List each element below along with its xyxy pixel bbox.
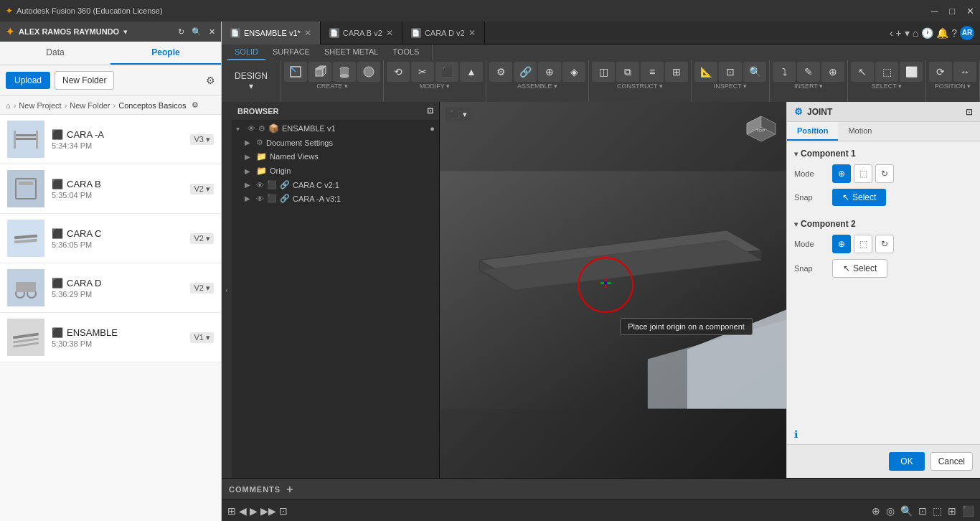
- mode-btn-2[interactable]: ⬚: [854, 164, 872, 183]
- breadcrumb-new-project[interactable]: New Project: [19, 101, 61, 110]
- doc-tab-cara-b[interactable]: 📄 CARA B v2 ✕: [321, 22, 402, 44]
- tab-notifications[interactable]: 🔔: [936, 27, 948, 39]
- tree-item-origin[interactable]: ▶ 📁 Origin: [232, 164, 439, 178]
- modify-press-pull-icon[interactable]: ⟲: [387, 62, 410, 82]
- end-icon[interactable]: ⊡: [279, 505, 288, 517]
- joint-expand-icon[interactable]: ⊡: [966, 107, 973, 117]
- close-button[interactable]: ✕: [966, 6, 974, 17]
- list-item[interactable]: ⬛ CARA D 5:36:29 PM V2 ▾: [0, 263, 221, 313]
- select-cursor-icon[interactable]: ↖: [851, 62, 874, 82]
- view-options-icon[interactable]: ⬚: [933, 505, 942, 517]
- user-chevron[interactable]: ▾: [123, 27, 128, 37]
- tab-history[interactable]: 🕐: [921, 27, 933, 39]
- breadcrumb-settings-icon[interactable]: ⚙: [192, 100, 199, 110]
- new-folder-button[interactable]: New Folder: [55, 71, 114, 90]
- inspect-section-icon[interactable]: ⊡: [719, 62, 742, 82]
- insert-more-icon[interactable]: ⊕: [821, 62, 844, 82]
- inspect-display-icon[interactable]: 🔍: [743, 62, 766, 82]
- modify-scale-icon[interactable]: ▲: [460, 62, 483, 82]
- file-version[interactable]: V3 ▾: [190, 134, 214, 145]
- ok-button[interactable]: OK: [889, 452, 924, 471]
- position-align-icon[interactable]: ⟳: [929, 62, 952, 82]
- play-icon[interactable]: ▶: [250, 505, 258, 517]
- grid-icon[interactable]: ⊞: [227, 505, 236, 517]
- select-label[interactable]: SELECT ▾: [872, 83, 902, 90]
- eye-icon[interactable]: 👁: [256, 181, 264, 189]
- file-version[interactable]: V1 ▾: [190, 332, 214, 343]
- view-cube[interactable]: TOP: [736, 109, 779, 152]
- doc-tab-close[interactable]: ✕: [386, 28, 393, 38]
- file-version[interactable]: V2 ▾: [190, 233, 214, 244]
- zoom-icon[interactable]: 🔍: [900, 505, 913, 517]
- tree-item-cara-a[interactable]: ▶ 👁 ⬛ 🔗 CARA -A v3:1: [232, 192, 439, 205]
- assemble-contact-icon[interactable]: ◈: [562, 62, 585, 82]
- search-icon[interactable]: 🔍: [192, 27, 202, 37]
- breadcrumb-new-folder[interactable]: New Folder: [70, 101, 110, 110]
- user-avatar[interactable]: AR: [960, 26, 974, 40]
- fit-icon[interactable]: ⊡: [918, 505, 927, 517]
- home-icon[interactable]: ⌂: [6, 101, 11, 110]
- toolbar-tab-surface[interactable]: SURFACE: [265, 44, 317, 60]
- joint-tab-motion[interactable]: Motion: [838, 122, 882, 141]
- pan-icon[interactable]: ⊕: [872, 505, 880, 517]
- refresh-icon[interactable]: ↻: [178, 27, 184, 37]
- assemble-motion-icon[interactable]: ⊕: [538, 62, 561, 82]
- modify-label[interactable]: MODIFY ▾: [420, 83, 450, 90]
- browser-collapse-handle[interactable]: ‹: [222, 102, 232, 478]
- design-button[interactable]: DESIGN ▾: [227, 68, 275, 94]
- construct-plane-icon[interactable]: ◫: [592, 62, 615, 82]
- mode-btn-1[interactable]: ⊕: [832, 235, 851, 253]
- tab-home[interactable]: ⌂: [913, 27, 918, 39]
- browser-expand-icon[interactable]: ⊡: [427, 106, 433, 116]
- title-bar-controls[interactable]: ─ □ ✕: [931, 6, 974, 17]
- create-cylinder-icon[interactable]: [333, 62, 356, 82]
- env-icon[interactable]: ⬛: [962, 505, 974, 517]
- modify-fillet-icon[interactable]: ✂: [411, 62, 434, 82]
- select-box-icon[interactable]: ⬚: [875, 62, 898, 82]
- tab-help[interactable]: ?: [951, 27, 957, 39]
- tab-data[interactable]: Data: [0, 42, 110, 65]
- doc-tab-close[interactable]: ✕: [468, 28, 476, 38]
- inspect-measure-icon[interactable]: 📐: [694, 62, 717, 82]
- toolbar-tab-solid[interactable]: SOLID: [227, 44, 265, 60]
- insert-label[interactable]: INSERT ▾: [794, 83, 823, 90]
- assemble-rigid-icon[interactable]: 🔗: [514, 62, 537, 82]
- mode-btn-1[interactable]: ⊕: [832, 164, 851, 183]
- viewport-display-settings[interactable]: ⬛ ▾: [446, 108, 471, 121]
- tab-add[interactable]: +: [896, 27, 902, 39]
- prev-icon[interactable]: ◀: [239, 505, 247, 517]
- list-item[interactable]: ⬛ CARA B 5:35:04 PM V2 ▾: [0, 164, 221, 214]
- toolbar-tab-tools[interactable]: TOOLS: [385, 44, 426, 60]
- collapse-icon[interactable]: ▾: [794, 220, 798, 228]
- info-icon[interactable]: ℹ: [794, 428, 798, 440]
- component1-select-button[interactable]: ↖ Select: [832, 189, 886, 206]
- create-sketch-icon[interactable]: [284, 62, 307, 82]
- orbit-icon[interactable]: ◎: [886, 505, 895, 517]
- insert-text-icon[interactable]: ✎: [797, 62, 820, 82]
- tree-item-doc-settings[interactable]: ▶ ⚙ Document Settings: [232, 136, 439, 149]
- position-label[interactable]: POSITION ▾: [935, 83, 971, 90]
- viewport[interactable]: Place joint origin on a component TOP ⬛ …: [440, 102, 786, 478]
- upload-button[interactable]: Upload: [6, 72, 50, 89]
- next-icon[interactable]: ▶▶: [260, 505, 276, 517]
- assemble-label[interactable]: ASSEMBLE ▾: [517, 83, 557, 90]
- construct-label[interactable]: CONSTRUCT ▾: [617, 83, 663, 90]
- doc-tab-ensamble[interactable]: 📄 ENSAMBLE v1* ✕: [222, 22, 321, 44]
- eye-icon[interactable]: 👁: [248, 124, 255, 133]
- mode-btn-3[interactable]: ↻: [875, 235, 894, 253]
- insert-image-icon[interactable]: ⤵: [773, 62, 796, 82]
- doc-tab-cara-d[interactable]: 📄 CARA D v2 ✕: [402, 22, 485, 44]
- construct-axis-icon[interactable]: ⧉: [616, 62, 639, 82]
- modify-shell-icon[interactable]: ⬛: [435, 62, 458, 82]
- create-label[interactable]: CREATE ▾: [316, 83, 347, 90]
- list-item[interactable]: ⬛ CARA C 5:36:05 PM V2 ▾: [0, 214, 221, 263]
- gear-icon[interactable]: ⚙: [256, 138, 263, 147]
- joint-tab-position[interactable]: Position: [787, 122, 838, 141]
- component2-select-button[interactable]: ↖ Select: [832, 259, 887, 278]
- gear-icon[interactable]: ⚙: [258, 124, 265, 133]
- tree-item-cara-c[interactable]: ▶ 👁 ⬛ 🔗 CARA C v2:1: [232, 178, 439, 192]
- tree-item-named-views[interactable]: ▶ 📁 Named Views: [232, 149, 439, 164]
- file-version[interactable]: V2 ▾: [190, 283, 214, 294]
- construct-point-icon[interactable]: ≡: [641, 62, 664, 82]
- position-move-icon[interactable]: ↔: [953, 62, 976, 82]
